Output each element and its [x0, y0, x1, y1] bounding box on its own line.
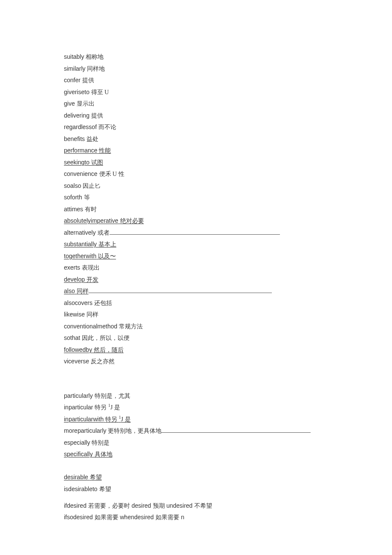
vocab-line: sothat 因此，所以，以便	[64, 332, 328, 344]
english-term: delivering	[64, 112, 89, 119]
chinese-term: 更特别地，更具体地	[108, 428, 161, 434]
line-text: desirable 希望	[64, 474, 102, 480]
chinese-term: 希望	[99, 486, 111, 492]
vocab-line: giveriseto 得至 U	[64, 86, 328, 98]
chinese-term: 反之亦然	[91, 358, 115, 365]
line-text: alternatively 或者	[64, 227, 110, 239]
chinese-term: 益处	[86, 136, 98, 142]
english-term: likewise	[64, 311, 85, 318]
vocab-line: togetherwith 以及〜	[64, 250, 328, 262]
chinese-term: 开发	[86, 276, 98, 283]
line-text: ifsodesired 如果需要 whendesired 如果需要 n	[64, 514, 184, 520]
line-text: convenience 便禾 U 性	[64, 170, 124, 177]
chinese-term: 相称地	[86, 54, 104, 60]
chinese-term: 绝对必要	[120, 218, 144, 224]
line-text: moreparticularly 更特别地，更具体地	[64, 425, 161, 437]
vocab-line: regardlessof 而不论	[64, 121, 328, 133]
line-text: attimes 有时	[64, 206, 97, 213]
english-term: specifically	[64, 451, 93, 457]
english-term: particularly	[64, 392, 93, 399]
chinese-term: 以及〜	[98, 253, 116, 259]
document-page: suitably 相称地similarly 同样地confer 提供giveri…	[0, 0, 392, 555]
line-text: likewise 同样	[64, 311, 98, 318]
vocab-line: isdesirableto 希望	[64, 483, 328, 495]
chinese-term: 便禾 U 性	[99, 171, 124, 177]
line-text: regardlessof 而不论	[64, 124, 116, 130]
english-term: togetherwith	[64, 253, 96, 259]
vocab-line: convenience 便禾 U 性	[64, 168, 328, 180]
vocab-line: performance 性能	[64, 145, 328, 157]
line-text: absolutelyimperative 绝对必要	[64, 217, 144, 224]
english-term: sothat	[64, 334, 80, 341]
vocab-line: followedby 然后，随后	[64, 344, 328, 356]
english-term: attimes	[64, 206, 83, 213]
line-text: give 显示出	[64, 100, 95, 107]
vocab-line: especially 特别是	[64, 437, 328, 449]
english-term: moreparticularly	[64, 427, 107, 434]
english-term: similarly	[64, 65, 86, 72]
line-text: exerts 表现出	[64, 264, 100, 271]
chinese-term: 得至 U	[91, 89, 109, 95]
line-text: giveriseto 得至 U	[64, 89, 109, 95]
line-text: suitably 相称地	[64, 53, 104, 60]
underline-fill	[89, 287, 272, 293]
vocab-line: confer 提供	[64, 75, 328, 86]
line-text: similarly 同样地	[64, 65, 105, 72]
english-term: followedby	[64, 346, 92, 353]
chinese-term: 然后，随后	[94, 347, 124, 353]
line-text: inparticularwith 特另 1J 是	[64, 416, 131, 423]
blank-line	[64, 368, 328, 379]
line-text: soalso 因止匕	[64, 182, 101, 189]
english-term: convenience	[64, 170, 98, 177]
chinese-term: 希望	[90, 474, 102, 480]
chinese-term: 具体地	[95, 451, 112, 457]
line-text: performance 性能	[64, 147, 111, 154]
line-text: specifically 具体地	[64, 451, 112, 457]
vocab-line: conventionalmethod 常规方法	[64, 321, 328, 333]
vocab-line: likewise 同样	[64, 309, 328, 321]
english-term: regardlessof	[64, 124, 97, 130]
english-term: also	[64, 288, 75, 294]
line-text: followedby 然后，随后	[64, 346, 124, 353]
line-text: also 同样	[64, 285, 89, 297]
line-text: delivering 提供	[64, 112, 103, 119]
english-term: soalso	[64, 182, 81, 189]
line-text: viceverse 反之亦然	[64, 358, 115, 365]
chinese-term: 因止匕	[83, 183, 101, 189]
chinese-term: 因此，所以，以便	[82, 335, 130, 341]
vocab-line: viceverse 反之亦然	[64, 356, 328, 368]
english-term: alsocovers	[64, 299, 92, 306]
english-term: benefits	[64, 135, 85, 142]
underline-fill	[110, 228, 280, 235]
vocab-line: absolutelyimperative 绝对必要	[64, 215, 328, 227]
blank-line	[64, 460, 328, 472]
english-term: viceverse	[64, 358, 89, 365]
vocab-line: ifsodesired 如果需要 whendesired 如果需要 n	[64, 512, 328, 523]
line-text: soforth 等	[64, 194, 90, 201]
vocab-line: also 同样	[64, 285, 328, 297]
vocab-line: desirable 希望	[64, 472, 328, 483]
chinese-term: 显示出	[77, 101, 95, 107]
english-term: isdesirableto	[64, 486, 98, 492]
vocab-line: develop 开发	[64, 274, 328, 286]
vocab-line: substantially 基本上	[64, 239, 328, 250]
vocab-line: soalso 因止匕	[64, 180, 328, 192]
half-gap	[64, 495, 328, 500]
vocab-line: similarly 同样地	[64, 63, 328, 75]
english-term: suitably	[64, 53, 84, 60]
line-text: sothat 因此，所以，以便	[64, 334, 130, 341]
vocab-line: exerts 表现出	[64, 262, 328, 274]
english-term: desirable	[64, 474, 88, 480]
english-term: develop	[64, 276, 85, 283]
english-term: absolutelyimperative	[64, 217, 118, 224]
chinese-term: 同样	[77, 288, 89, 294]
vocab-line: inparticular 特另 1J 是	[64, 402, 328, 414]
line-text: confer 提供	[64, 77, 94, 83]
chinese-term: 常规方法	[119, 323, 143, 330]
line-text: conventionalmethod 常规方法	[64, 323, 143, 330]
english-term: seekingto	[64, 159, 89, 166]
chinese-term: 基本上	[98, 241, 116, 247]
line-text: inparticular 特另 1J 是	[64, 404, 120, 411]
english-term: exerts	[64, 264, 80, 271]
line-text: substantially 基本上	[64, 241, 116, 247]
